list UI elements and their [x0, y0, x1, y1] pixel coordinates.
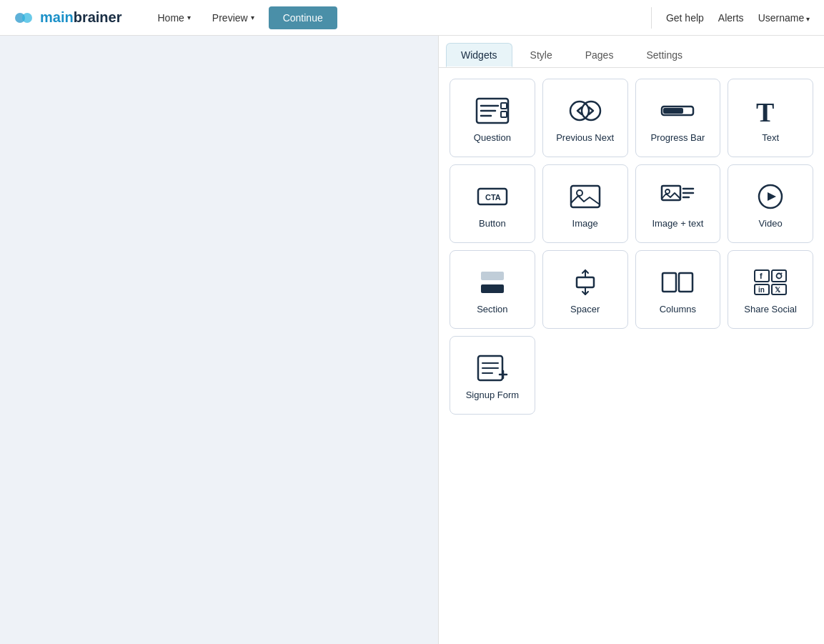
home-nav-link[interactable]: Home — [151, 8, 198, 28]
svg-text:in: in — [758, 286, 765, 294]
widget-video-label: Video — [759, 218, 783, 229]
svg-rect-26 — [577, 277, 594, 287]
widget-text-label: Text — [762, 132, 779, 143]
button-icon: CTA — [475, 182, 510, 211]
progress-bar-icon — [660, 96, 695, 125]
question-icon — [475, 96, 510, 125]
svg-point-34 — [777, 274, 782, 279]
preview-nav-link[interactable]: Preview — [205, 8, 262, 28]
svg-point-8 — [570, 101, 589, 120]
tabs-bar: Widgets Style Pages Settings — [439, 36, 824, 68]
right-panel: Widgets Style Pages Settings — [438, 36, 824, 644]
widget-signup-form[interactable]: Signup Form — [450, 336, 535, 415]
svg-text:f: f — [760, 272, 763, 280]
video-icon — [753, 182, 788, 211]
widget-section[interactable]: Section — [450, 250, 535, 329]
svg-rect-29 — [662, 273, 676, 292]
widget-button-label: Button — [479, 218, 506, 229]
svg-point-1 — [22, 13, 32, 23]
svg-marker-23 — [768, 192, 776, 201]
image-icon — [567, 182, 603, 211]
text-icon: T — [753, 96, 788, 125]
svg-rect-11 — [663, 108, 683, 114]
widget-text[interactable]: T Text — [728, 79, 813, 157]
widget-share-social-label: Share Social — [744, 304, 797, 314]
svg-rect-33 — [772, 270, 786, 282]
widget-progress-bar-label: Progress Bar — [650, 132, 705, 143]
spacer-icon — [567, 268, 603, 297]
widget-previous-next[interactable]: Previous Next — [542, 79, 628, 157]
canvas-area — [0, 36, 438, 644]
widget-question[interactable]: Question — [450, 79, 535, 157]
widget-question-label: Question — [474, 132, 511, 143]
columns-icon — [660, 268, 695, 297]
svg-point-9 — [582, 101, 600, 120]
tab-style[interactable]: Style — [515, 43, 567, 67]
widget-image-label: Image — [572, 218, 598, 229]
tab-pages[interactable]: Pages — [570, 43, 629, 67]
widget-columns[interactable]: Columns — [635, 250, 721, 329]
tab-settings[interactable]: Settings — [631, 43, 698, 67]
svg-text:T: T — [756, 97, 774, 124]
logo[interactable]: mainbrainer — [14, 7, 122, 29]
widget-share-social[interactable]: f in 𝕏 Share Social — [728, 250, 813, 329]
widget-spacer-label: Spacer — [570, 304, 600, 314]
svg-rect-17 — [662, 186, 680, 200]
username-link[interactable]: Username — [758, 12, 810, 24]
nav-divider — [651, 7, 652, 29]
continue-button[interactable]: Continue — [269, 6, 337, 29]
widget-columns-label: Columns — [660, 304, 696, 314]
widget-grid: Question Previous Next — [439, 68, 824, 425]
main-layout: Widgets Style Pages Settings — [0, 36, 824, 644]
widget-progress-bar[interactable]: Progress Bar — [635, 79, 721, 157]
widget-section-label: Section — [477, 304, 507, 314]
svg-text:CTA: CTA — [485, 193, 501, 202]
svg-rect-7 — [501, 112, 507, 117]
nav-links: Home Preview Continue — [151, 6, 651, 29]
widget-button[interactable]: CTA Button — [450, 164, 535, 243]
logo-text: mainbrainer — [40, 9, 122, 26]
nav-right: Get help Alerts Username — [651, 7, 810, 29]
alerts-link[interactable]: Alerts — [718, 12, 744, 24]
widget-image[interactable]: Image — [542, 164, 628, 243]
svg-point-35 — [781, 273, 783, 274]
image-text-icon — [660, 182, 695, 211]
tab-widgets[interactable]: Widgets — [446, 43, 512, 67]
get-help-link[interactable]: Get help — [666, 12, 704, 24]
share-social-icon: f in 𝕏 — [753, 268, 788, 297]
widget-previous-next-label: Previous Next — [556, 132, 614, 143]
widget-image-text-label: Image + text — [652, 218, 703, 229]
svg-text:𝕏: 𝕏 — [775, 286, 781, 294]
svg-rect-15 — [571, 186, 600, 207]
previous-next-icon — [567, 96, 603, 125]
svg-rect-25 — [481, 284, 504, 293]
widget-video[interactable]: Video — [728, 164, 813, 243]
svg-rect-6 — [501, 103, 507, 109]
widget-spacer[interactable]: Spacer — [542, 250, 628, 329]
svg-rect-30 — [679, 273, 693, 292]
widget-signup-form-label: Signup Form — [466, 390, 519, 400]
navbar: mainbrainer Home Preview Continue Get he… — [0, 0, 824, 36]
svg-point-16 — [577, 190, 582, 196]
svg-point-18 — [665, 189, 670, 194]
svg-rect-24 — [481, 272, 504, 280]
widget-image-text[interactable]: Image + text — [635, 164, 721, 243]
section-icon — [475, 268, 510, 297]
signup-form-icon — [475, 354, 510, 382]
